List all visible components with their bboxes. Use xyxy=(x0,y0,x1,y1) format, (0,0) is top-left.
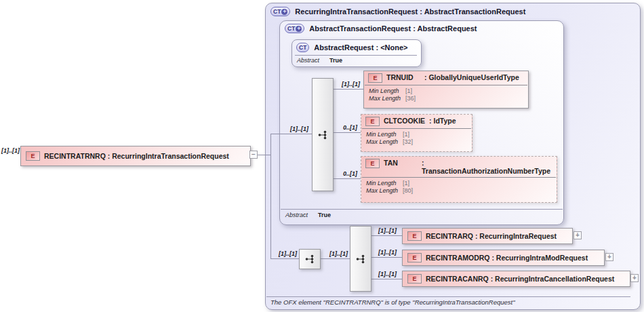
sequence-icon xyxy=(304,254,315,265)
element-box-recintrarq[interactable]: E RECINTRARQ : RecurringIntraRequest xyxy=(402,228,573,244)
choice-group-box[interactable] xyxy=(350,226,371,292)
abstract-row: Abstract True xyxy=(285,212,331,218)
divider-line xyxy=(365,85,527,85)
facet-value: [32] xyxy=(403,138,413,146)
element-box-recintramodrq[interactable]: E RECINTRAMODRQ : RecurringIntraModReque… xyxy=(402,250,605,266)
facet-label: Max Length xyxy=(366,138,403,146)
facet-label: Min Length xyxy=(366,180,403,187)
element-header: E RECINTRATRNRQ : RecurringIntraTransact… xyxy=(21,147,250,165)
element-box-trnuid[interactable]: E TRNUID : GloballyUniqueUserIdType Min … xyxy=(363,71,529,109)
cardinality-label: [1]..[1] xyxy=(378,249,397,256)
element-box-recintracanrq[interactable]: E RECINTRACANRQ : RecurringIntraCancella… xyxy=(402,271,630,287)
complextype-title: RecurringIntraTransactionRequest : Abstr… xyxy=(295,7,525,16)
expand-toggle[interactable]: + xyxy=(605,253,613,261)
facet-value: [1] xyxy=(403,180,409,187)
facet-list: Min Length [1] Max Length [80] xyxy=(361,179,557,195)
complextype-icon: CT + xyxy=(270,7,290,16)
divider-line xyxy=(362,128,471,129)
cardinality-label: [1]..[1] xyxy=(378,271,397,277)
element-title: RECINTRAMODRQ : RecurringIntraModRequest xyxy=(426,254,588,262)
xsd-diagram-canvas: CT + RecurringIntraTransactionRequest : … xyxy=(0,0,644,312)
facet-row: Max Length [80] xyxy=(366,187,552,195)
element-icon: E xyxy=(407,231,422,241)
element-header: E RECINTRACANRQ : RecurringIntraCancella… xyxy=(403,271,630,286)
complextype-box-abstractrequest[interactable]: CT AbstractRequest : <None> Abstract Tru… xyxy=(291,39,422,67)
expand-toggle[interactable]: + xyxy=(573,231,582,239)
sequence-icon xyxy=(317,130,328,140)
abstract-value: True xyxy=(318,212,331,218)
connector-line xyxy=(319,258,350,259)
facet-list: Min Length [1] Max Length [36] xyxy=(364,87,528,103)
abstract-row: Abstract True xyxy=(297,57,342,64)
element-header: E RECINTRAMODRQ : RecurringIntraModReque… xyxy=(403,250,604,265)
element-title: RECINTRACANRQ : RecurringIntraCancellati… xyxy=(426,275,614,283)
sequence-group-box[interactable] xyxy=(312,78,334,191)
element-box-recintratrnrq[interactable]: E RECINTRATRNRQ : RecurringIntraTransact… xyxy=(20,146,251,166)
complextype-icon: CT xyxy=(296,43,309,52)
ct-badge-label: CT xyxy=(273,7,281,16)
abstract-value: True xyxy=(329,57,342,64)
complextype-title: AbstractTransactionRequest : AbstractReq… xyxy=(309,24,477,33)
facet-row: Max Length [36] xyxy=(369,95,523,102)
element-box-cltcookie[interactable]: E CLTCOOKIE : IdType Min Length [1] Max … xyxy=(361,114,472,152)
abstract-label: Abstract xyxy=(285,212,318,218)
cardinality-label: [1]..[1] xyxy=(378,227,397,234)
element-type: : GloballyUniqueUserIdType xyxy=(424,73,524,81)
cardinality-label: 0..[1] xyxy=(343,170,357,177)
element-header: E CLTCOOKIE : IdType xyxy=(361,115,472,128)
connector-line xyxy=(332,178,361,179)
collapse-toggle[interactable]: − xyxy=(249,151,258,159)
cardinality-label: [1]..[1] xyxy=(342,81,360,87)
footer-annotation: The OFX element "RECINTRATRNRQ" is of ty… xyxy=(270,298,515,306)
connector-trunk-line xyxy=(270,134,271,259)
complextype-header: CT + AbstractTransactionRequest : Abstra… xyxy=(285,24,477,33)
sequence-group-box[interactable] xyxy=(299,249,321,269)
divider-line xyxy=(295,55,417,56)
element-header: E TAN : TransactionAuthorizationNumberTy… xyxy=(361,157,557,176)
element-box-tan[interactable]: E TAN : TransactionAuthorizationNumberTy… xyxy=(361,156,557,203)
connector-line xyxy=(332,89,363,90)
facet-value: [1] xyxy=(403,131,409,138)
element-name: TAN xyxy=(384,159,418,167)
facet-label: Max Length xyxy=(369,95,405,102)
facet-value: [80] xyxy=(403,187,413,195)
element-icon: E xyxy=(407,253,422,262)
connector-line xyxy=(370,279,402,279)
connector-line xyxy=(270,134,312,134)
cardinality-label: 0..[1] xyxy=(343,124,357,131)
cardinality-label: [1]..[1] xyxy=(279,250,297,257)
facet-row: Min Length [1] xyxy=(366,131,467,138)
element-icon: E xyxy=(26,151,40,161)
element-name: TRNUID xyxy=(386,73,420,81)
complextype-header: CT + RecurringIntraTransactionRequest : … xyxy=(270,7,525,16)
expand-toggle[interactable]: + xyxy=(630,274,639,282)
facet-label: Min Length xyxy=(369,87,405,95)
divider-line xyxy=(362,177,556,178)
element-icon: E xyxy=(368,73,382,83)
facet-value: [36] xyxy=(405,95,416,102)
ct-badge-label: CT xyxy=(299,43,306,52)
complextype-title: AbstractRequest : <None> xyxy=(314,43,407,52)
ct-badge-label: CT xyxy=(287,24,295,33)
facet-label: Max Length xyxy=(366,187,403,195)
cardinality-label: [1]..[1] xyxy=(290,125,308,132)
cardinality-label: [1]..[1] xyxy=(329,250,348,257)
facet-row: Min Length [1] xyxy=(369,87,523,95)
derived-plus-icon: + xyxy=(281,9,287,15)
divider-line xyxy=(266,296,630,297)
connector-line xyxy=(270,258,299,259)
element-icon: E xyxy=(407,274,422,284)
cardinality-label: [1]..[1] xyxy=(1,147,20,154)
facet-row: Min Length [1] xyxy=(366,180,552,187)
abstract-label: Abstract xyxy=(297,57,329,64)
element-title: RECINTRARQ : RecurringIntraRequest xyxy=(426,232,557,240)
facet-list: Min Length [1] Max Length [32] xyxy=(361,130,472,147)
element-header: E RECINTRARQ : RecurringIntraRequest xyxy=(403,229,572,243)
element-icon: E xyxy=(365,117,380,126)
facet-row: Max Length [32] xyxy=(366,138,467,146)
connector-line xyxy=(258,155,270,155)
choice-icon xyxy=(355,254,366,265)
element-icon: E xyxy=(365,159,380,168)
connector-line xyxy=(370,257,402,258)
derived-plus-icon: + xyxy=(296,26,302,32)
